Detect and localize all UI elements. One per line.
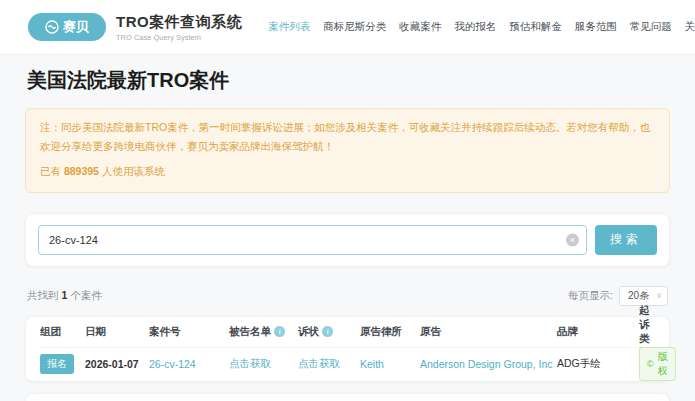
usage-count: 889395 xyxy=(64,165,99,177)
cell-case-no: 26-cv-124 xyxy=(149,358,229,370)
pagination: ‹ 1 › xyxy=(25,393,670,401)
usage-stat: 已有 889395 人使用该系统 xyxy=(40,162,655,181)
found-prefix: 共找到 xyxy=(27,289,61,301)
site-subtitle: TRO Case Query System xyxy=(116,33,242,42)
main-content: 美国法院最新TRO案件 注：同步美国法院最新TRO案件，第一时间掌握诉讼进展；如… xyxy=(0,55,695,401)
signup-button[interactable]: 报名 xyxy=(40,354,74,374)
search-input[interactable] xyxy=(38,225,587,255)
found-suffix: 个案件 xyxy=(67,289,101,301)
nav-item-faq[interactable]: 常见问题 xyxy=(630,20,672,34)
cell-complaint: 点击获取 xyxy=(298,357,360,371)
clear-input-icon[interactable]: × xyxy=(566,233,579,246)
nav-item-favorites[interactable]: 收藏案件 xyxy=(399,20,441,34)
results-meta-row: 共找到 1 个案件 每页显示: 20条 ∨ xyxy=(27,286,668,306)
cell-signup: 报名 xyxy=(40,354,85,374)
usage-prefix: 已有 xyxy=(40,165,64,177)
saibei-logo-text: 赛贝 xyxy=(63,18,89,36)
info-icon[interactable]: i xyxy=(274,326,285,337)
case-type-label: 版权 xyxy=(658,350,668,378)
header-complaint: 诉状i xyxy=(298,325,360,339)
notice-banner: 注：同步美国法院最新TRO案件，第一时间掌握诉讼进展；如您涉及相关案件，可收藏关… xyxy=(25,108,670,193)
header-group: 组团 xyxy=(40,325,85,339)
defendants-link[interactable]: 点击获取 xyxy=(229,357,271,371)
nav-item-case-list[interactable]: 案件列表 xyxy=(268,20,310,34)
usage-suffix: 人使用该系统 xyxy=(99,165,165,177)
header-date: 日期 xyxy=(85,325,149,339)
nav-item-service-scope[interactable]: 服务范围 xyxy=(575,20,617,34)
search-card: × 搜索 xyxy=(25,213,670,267)
complaint-link[interactable]: 点击获取 xyxy=(298,357,340,371)
results-count: 共找到 1 个案件 xyxy=(27,289,102,303)
header-case-no: 案件号 xyxy=(149,325,229,339)
per-page-label: 每页显示: xyxy=(568,289,613,303)
site-title-block: TRO案件查询系统 TRO Case Query System xyxy=(116,13,242,42)
table-row: 报名 2026-01-07 26-cv-124 点击获取 点击获取 Keith … xyxy=(40,348,655,381)
header-defendants: 被告名单i xyxy=(229,325,298,339)
copyright-icon: © xyxy=(647,359,654,369)
cell-plaintiff: Anderson Design Group, Inc xyxy=(420,358,557,370)
case-no-link[interactable]: 26-cv-124 xyxy=(149,358,196,370)
page-title: 美国法院最新TRO案件 xyxy=(27,67,670,94)
header-law-firm: 原告律所 xyxy=(360,325,420,339)
main-nav: 案件列表 商标尼斯分类 收藏案件 我的报名 预估和解金 服务范围 常见问题 关于… xyxy=(268,20,695,34)
cases-table: 组团 日期 案件号 被告名单i 诉状i 原告律所 原告 品牌 起诉类型 报名 2… xyxy=(25,316,670,382)
search-input-wrap: × xyxy=(38,225,587,255)
per-page-control: 每页显示: 20条 ∨ xyxy=(568,286,668,306)
plaintiff-link[interactable]: Anderson Design Group, Inc xyxy=(420,358,553,370)
site-title: TRO案件查询系统 xyxy=(116,13,242,32)
per-page-value: 20条 xyxy=(628,289,649,303)
saibei-logo-icon xyxy=(45,20,59,34)
cell-date: 2026-01-07 xyxy=(85,358,149,370)
nav-item-settlement-estimate[interactable]: 预估和解金 xyxy=(509,20,562,34)
nav-item-my-signups[interactable]: 我的报名 xyxy=(454,20,496,34)
table-header-row: 组团 日期 案件号 被告名单i 诉状i 原告律所 原告 品牌 起诉类型 xyxy=(40,317,655,348)
chevron-down-icon: ∨ xyxy=(656,291,662,300)
cell-law-firm: Keith xyxy=(360,358,420,370)
top-navbar: 赛贝 TRO案件查询系统 TRO Case Query System 案件列表 … xyxy=(0,0,695,55)
saibei-logo[interactable]: 赛贝 xyxy=(28,13,106,41)
per-page-select[interactable]: 20条 ∨ xyxy=(619,286,668,306)
search-button[interactable]: 搜索 xyxy=(595,225,657,255)
cell-defendants: 点击获取 xyxy=(229,357,298,371)
info-icon[interactable]: i xyxy=(322,326,333,337)
nav-item-about-us[interactable]: 关于我们 xyxy=(685,20,695,34)
nav-item-nice-classification[interactable]: 商标尼斯分类 xyxy=(323,20,386,34)
cell-case-type: © 版权 xyxy=(639,347,676,381)
case-type-badge: © 版权 xyxy=(639,347,676,381)
notice-text: 注：同步美国法院最新TRO案件，第一时间掌握诉讼进展；如您涉及相关案件，可收藏关… xyxy=(40,118,655,156)
cell-brand: ADG手绘 xyxy=(557,357,639,371)
law-firm-link[interactable]: Keith xyxy=(360,358,384,370)
header-plaintiff: 原告 xyxy=(420,325,557,339)
header-brand: 品牌 xyxy=(557,325,639,339)
